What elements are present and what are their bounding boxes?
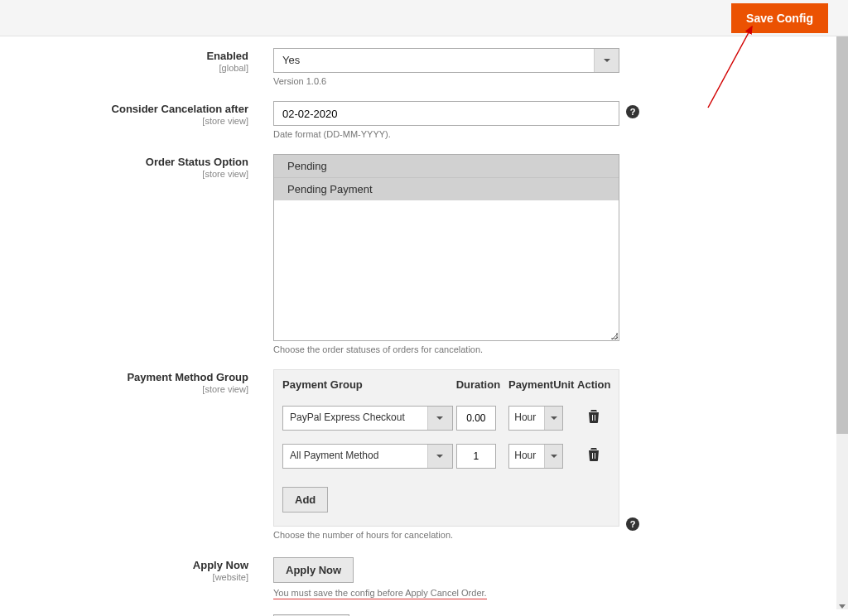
order-status-option[interactable]: Pending Payment <box>274 177 619 200</box>
trash-icon[interactable] <box>588 448 600 465</box>
config-form: Enabled [global] Yes Version 1.0.6 Consi… <box>0 36 848 616</box>
vertical-scrollbar[interactable] <box>836 36 848 609</box>
save-config-button[interactable]: Save Config <box>731 3 828 33</box>
payment-group-row: PayPal Express Checkout Hour <box>274 399 619 437</box>
scope-apply-now: [website] <box>0 572 248 582</box>
consider-after-input[interactable] <box>273 101 619 126</box>
enabled-hint: Version 1.0.6 <box>273 76 619 86</box>
enabled-value: Yes <box>274 49 594 72</box>
apply-now-hint: You must save the config before Apply Ca… <box>273 588 487 599</box>
payment-group-select[interactable]: All Payment Method <box>282 444 453 469</box>
label-payment-group: Payment Method Group <box>127 371 248 383</box>
apply-now-button[interactable]: Apply Now <box>273 557 354 583</box>
trash-icon[interactable] <box>588 410 600 427</box>
order-status-hint: Choose the order statuses of orders for … <box>273 344 619 354</box>
order-status-multiselect[interactable]: Pending Pending Payment <box>273 154 619 341</box>
scope-consider-after: [store view] <box>0 116 248 126</box>
order-status-option[interactable]: Pending <box>274 155 619 177</box>
help-icon[interactable]: ? <box>626 105 639 118</box>
duration-input[interactable] <box>456 444 496 469</box>
field-enabled: Enabled [global] Yes Version 1.0.6 <box>0 48 848 86</box>
scope-payment-group: [store view] <box>0 384 248 394</box>
help-icon[interactable]: ? <box>626 517 639 531</box>
payment-group-hint: Choose the number of hours for cancelati… <box>273 530 453 540</box>
payment-unit-select[interactable]: Hour <box>508 444 563 469</box>
scope-enabled: [global] <box>0 63 248 73</box>
field-apply-now: Apply Now [website] Apply Now You must s… <box>0 557 848 599</box>
th-action: Action <box>577 378 610 391</box>
add-button[interactable]: Add <box>282 487 328 513</box>
field-payment-group: Payment Method Group [store view] Paymen… <box>0 369 848 541</box>
top-bar: Save Config <box>0 0 848 36</box>
chevron-down-icon <box>544 407 562 430</box>
chevron-down-icon <box>427 445 452 468</box>
payment-group-table: Payment Group Duration PaymentUnit Actio… <box>273 369 619 527</box>
scroll-down-icon[interactable] <box>836 603 848 609</box>
payment-group-header: Payment Group Duration PaymentUnit Actio… <box>274 370 619 399</box>
label-enabled: Enabled <box>206 50 248 62</box>
chevron-down-icon <box>427 407 452 430</box>
payment-group-select[interactable]: PayPal Express Checkout <box>282 406 453 431</box>
duration-input[interactable] <box>456 406 496 431</box>
th-group: Payment Group <box>282 378 453 391</box>
field-order-status: Order Status Option [store view] Pending… <box>0 154 848 354</box>
enabled-select[interactable]: Yes <box>273 48 619 73</box>
label-consider-after: Consider Cancelation after <box>112 103 248 115</box>
label-apply-now: Apply Now <box>193 559 248 571</box>
scope-order-status: [store view] <box>0 169 248 179</box>
chevron-down-icon <box>544 445 562 468</box>
th-duration: Duration <box>453 378 504 391</box>
scrollbar-thumb[interactable] <box>836 36 848 434</box>
field-consider-after: Consider Cancelation after [store view] … <box>0 101 848 139</box>
consider-after-hint: Date format (DD-MM-YYYY). <box>273 129 619 139</box>
label-order-status: Order Status Option <box>146 156 248 168</box>
resize-handle-icon[interactable] <box>610 331 618 339</box>
payment-unit-select[interactable]: Hour <box>508 406 563 431</box>
th-unit: PaymentUnit <box>504 378 577 391</box>
chevron-down-icon <box>594 49 619 72</box>
payment-group-row: All Payment Method Hour <box>274 437 619 475</box>
